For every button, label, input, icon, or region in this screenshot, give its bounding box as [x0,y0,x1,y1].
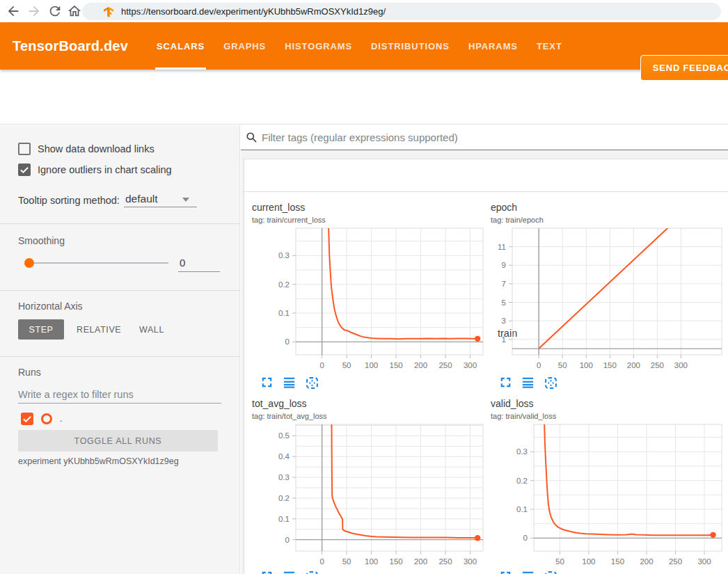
svg-text:100: 100 [365,361,378,369]
brand-logo: TensorBoard.dev [13,22,128,70]
chart-toolbar [261,571,319,574]
svg-text:50: 50 [555,557,564,566]
run-regex-input[interactable]: Write a regex to filter runs [18,389,134,400]
tab-histograms[interactable]: HISTOGRAMS [285,22,352,70]
tab-hparams[interactable]: HPARAMS [468,22,518,70]
svg-text:1: 1 [502,335,506,344]
fullscreen-expand-icon[interactable] [500,376,512,390]
scalar-line-chart[interactable]: 5010015020025030000.10.20.3 [491,423,726,571]
svg-text:0.3: 0.3 [278,251,290,260]
svg-text:0.5: 0.5 [278,431,290,440]
input-underline [18,403,221,404]
tooltip-sorting-label: Tooltip sorting method: [18,195,120,206]
nav-tabs: SCALARS GRAPHS HISTOGRAMS DISTRIBUTIONS … [157,22,562,70]
home-icon[interactable] [67,3,82,19]
chart-toolbar [500,571,557,574]
svg-text:100: 100 [582,557,595,566]
svg-text:0.2: 0.2 [278,494,290,502]
tab-graphs[interactable]: GRAPHS [223,22,266,70]
chart-tag: tag: train/epoch [491,216,726,224]
ignore-outliers-checkbox[interactable]: Ignore outliers in chart scaling [18,164,172,176]
svg-text:0.1: 0.1 [278,515,290,523]
svg-text:0: 0 [319,557,324,566]
tooltip-sorting-select[interactable]: default [125,193,158,205]
chart-title: epoch [491,202,726,213]
fit-domain-icon[interactable] [544,571,557,574]
chart-card: epoch tag: train/epoch 05010015020025030… [491,202,726,374]
search-icon [246,131,258,143]
smoothing-slider-thumb[interactable] [24,258,34,268]
send-feedback-button[interactable]: SEND FEEDBACK [640,55,728,81]
chevron-down-icon[interactable] [182,198,189,202]
svg-text:0.2: 0.2 [516,477,528,485]
tag-filter-bar: Filter tags (regular expressions support… [241,125,728,150]
tab-distributions[interactable]: DISTRIBUTIONS [371,22,450,70]
toggle-all-runs-button[interactable]: TOGGLE ALL RUNS [18,430,218,452]
svg-text:9: 9 [502,261,506,269]
scalar-line-chart[interactable]: 05010015020025030000.10.20.30.40.5 [252,423,487,571]
checkbox-icon[interactable] [18,164,31,176]
fit-domain-icon[interactable] [544,376,557,390]
tab-scalars[interactable]: SCALARS [157,22,205,70]
horizontal-axis-label: Horizontal Axis [18,301,83,312]
fullscreen-expand-icon[interactable] [500,571,512,574]
svg-text:250: 250 [438,361,452,369]
svg-text:0: 0 [319,361,324,369]
run-checkbox-icon[interactable] [21,413,33,425]
log-scale-icon[interactable] [522,376,534,390]
svg-text:50: 50 [342,361,351,369]
forward-arrow-icon[interactable] [26,3,42,19]
tag-filter-input[interactable]: Filter tags (regular expressions support… [262,131,458,143]
run-row[interactable]: . [21,413,62,425]
fit-domain-icon[interactable] [306,571,319,574]
scalar-line-chart[interactable]: 05010015020025030000.10.20.3 [252,227,487,374]
run-name: . [60,414,62,424]
chart-toolbar [261,376,319,390]
axis-relative-button[interactable]: RELATIVE [77,325,121,335]
settings-sidebar: Show data download links Ignore outliers… [0,125,240,574]
log-scale-icon[interactable] [283,571,295,574]
svg-text:50: 50 [342,557,351,566]
svg-text:7: 7 [502,280,506,288]
svg-text:150: 150 [389,557,402,566]
svg-text:5: 5 [502,298,506,307]
reload-icon[interactable] [47,3,63,19]
svg-text:0.1: 0.1 [516,505,528,513]
chart-tag: tag: train/current_loss [252,216,487,224]
svg-text:300: 300 [464,361,477,369]
svg-text:150: 150 [611,557,624,566]
tab-text[interactable]: TEXT [537,22,562,70]
log-scale-icon[interactable] [522,571,534,574]
log-scale-icon[interactable] [283,376,295,390]
fullscreen-expand-icon[interactable] [261,571,273,574]
back-arrow-icon[interactable] [6,3,21,19]
browser-toolbar: https://tensorboard.dev/experiment/yKUbh… [0,0,728,22]
svg-text:200: 200 [640,557,653,566]
svg-text:250: 250 [651,361,664,369]
axis-wall-button[interactable]: WALL [139,325,164,335]
fit-domain-icon[interactable] [306,376,319,390]
scalar-line-chart[interactable]: 0501001502002503001357911 [491,227,726,374]
axis-step-button[interactable]: STEP [18,319,64,340]
svg-text:0: 0 [523,534,528,542]
fullscreen-expand-icon[interactable] [261,376,273,390]
chart-title: valid_loss [491,398,726,409]
svg-text:200: 200 [627,361,640,369]
checkbox-icon[interactable] [18,143,31,155]
smoothing-slider-track[interactable] [26,262,168,264]
show-download-links-checkbox[interactable]: Show data download links [18,143,155,155]
train-section-header[interactable]: train [244,159,728,192]
svg-text:100: 100 [365,557,378,566]
chart-title: tot_avg_loss [252,398,487,409]
smoothing-value-input[interactable]: 0 [180,257,185,269]
chart-toolbar [500,376,557,390]
svg-text:200: 200 [414,361,427,369]
svg-text:50: 50 [558,361,567,369]
divider [0,290,240,291]
address-bar[interactable]: https://tensorboard.dev/experiment/yKUbh… [82,3,721,20]
chart-card: current_loss tag: train/current_loss 050… [252,202,487,374]
svg-text:0.4: 0.4 [278,452,290,461]
runs-label: Runs [18,367,41,378]
svg-text:300: 300 [697,557,711,566]
svg-text:150: 150 [603,361,617,369]
